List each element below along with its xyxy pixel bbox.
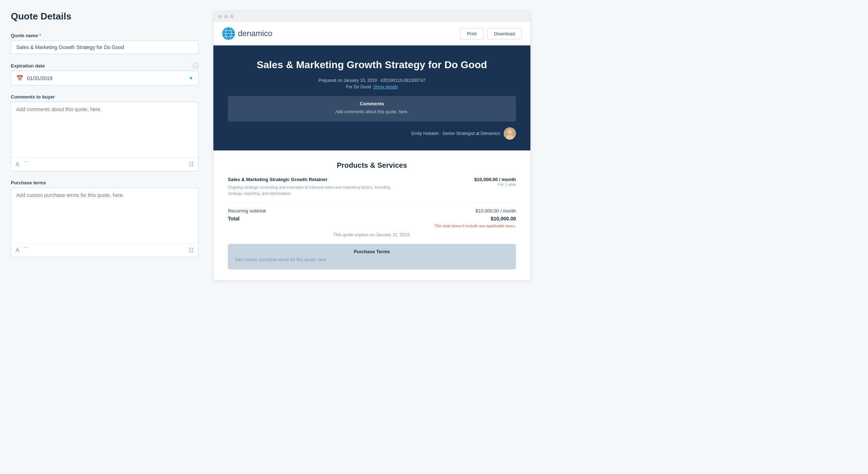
logo-icon — [222, 27, 235, 40]
purchase-terms-preview-body: Add custom purchase terms for this quote… — [235, 257, 509, 262]
expiry-note: This quote expires on January 31, 2019. — [228, 232, 516, 237]
preview-hero: Sales & Marketing Growth Strategy for Do… — [213, 45, 530, 150]
toolbar-left: A ⌒ — [16, 161, 29, 168]
quote-name-input[interactable] — [11, 40, 199, 54]
purchase-terms-textarea[interactable] — [11, 188, 198, 242]
toolbar-left-2: A ⌒ — [16, 246, 29, 254]
price-duration: For 1 year — [474, 182, 516, 186]
preview-logo: denamico — [222, 27, 272, 40]
page-title: Quote Details — [11, 11, 199, 22]
recurring-subtotal-value: $10,000.00 / month — [476, 208, 516, 214]
purchase-terms-preview-box: Purchase Terms Add custom purchase terms… — [228, 244, 516, 269]
expiration-date-label: Expiration date — [11, 63, 45, 69]
purchase-terms-preview-title: Purchase Terms — [235, 249, 509, 254]
print-button[interactable]: Print — [460, 28, 483, 39]
tax-note: This total doesn't include any applicabl… — [228, 224, 516, 228]
purchase-terms-textarea-wrapper: A ⌒ ☷ — [11, 188, 199, 257]
quote-details-form: Quote Details Quote name * Expiration da… — [11, 11, 199, 281]
chrome-dot-2 — [224, 15, 228, 18]
purchase-terms-toolbar: A ⌒ ☷ — [11, 243, 198, 257]
product-price: $10,000.00 / month For 1 year — [474, 177, 516, 186]
quote-preview-panel: denamico Print Download Sales & Marketin… — [213, 11, 531, 281]
expiration-date-group: Expiration date i 📅 01/31/2019 ▼ — [11, 63, 199, 85]
snippet-icon-2[interactable]: ☷ — [189, 247, 194, 254]
price-amount: $10,000.00 / month — [474, 177, 516, 182]
preview-comments-box: Comments Add comments about this quote, … — [228, 96, 516, 122]
logo-text: denamico — [238, 29, 272, 38]
preview-header: denamico Print Download — [213, 22, 530, 45]
chrome-dot-3 — [230, 15, 234, 18]
preview-window: denamico Print Download Sales & Marketin… — [213, 11, 531, 281]
prepared-on: Prepared on January 10, 2019 · #20190110… — [228, 78, 516, 83]
product-name: Sales & Marketing Strategic Growth Retai… — [228, 177, 401, 182]
comments-group: Comments to buyer A ⌒ ☷ — [11, 94, 199, 171]
font-icon[interactable]: A — [16, 161, 19, 168]
preview-actions: Print Download — [460, 28, 522, 39]
total-value: $10,000.00 — [491, 216, 516, 221]
author-name: Emily Hulstein · Senior Strategist at De… — [412, 131, 500, 136]
snippet-icon[interactable]: ☷ — [189, 161, 194, 168]
comments-section-body: Add comments about this quote, here. — [235, 109, 509, 114]
quote-name-label: Quote name * — [11, 33, 199, 38]
download-button[interactable]: Download — [487, 28, 522, 39]
total-row: Total $10,000.00 — [228, 216, 516, 221]
chevron-down-icon: ▼ — [189, 76, 193, 81]
comments-label: Comments to buyer — [11, 94, 199, 100]
svg-point-7 — [508, 130, 512, 134]
window-chrome — [213, 11, 530, 22]
product-row: Sales & Marketing Strategic Growth Retai… — [228, 177, 516, 202]
preview-body: Products & Services Sales & Marketing St… — [213, 150, 530, 280]
purchase-terms-label: Purchase terms — [11, 180, 199, 185]
comments-textarea[interactable] — [11, 102, 198, 156]
comments-textarea-wrapper: A ⌒ ☷ — [11, 102, 199, 171]
chrome-dot-1 — [218, 15, 222, 18]
hero-title: Sales & Marketing Growth Strategy for Do… — [228, 58, 516, 71]
totals-section: Recurring subtotal $10,000.00 / month To… — [228, 208, 516, 237]
for-company: For Do Good Show details — [228, 84, 516, 89]
calendar-icon: 📅 — [16, 75, 23, 82]
total-label: Total — [228, 216, 239, 221]
comments-toolbar: A ⌒ ☷ — [11, 157, 198, 171]
products-section-title: Products & Services — [228, 161, 516, 170]
date-value: 01/31/2019 — [27, 75, 189, 81]
product-desc: Ongoing strategic consulting and executi… — [228, 184, 401, 196]
info-icon[interactable]: i — [193, 63, 199, 69]
recurring-subtotal-row: Recurring subtotal $10,000.00 / month — [228, 208, 516, 214]
recurring-subtotal-label: Recurring subtotal — [228, 208, 266, 214]
link-icon-2[interactable]: ⌒ — [23, 246, 29, 254]
font-icon-2[interactable]: A — [16, 247, 19, 254]
date-picker[interactable]: 📅 01/31/2019 ▼ — [11, 71, 199, 85]
product-info: Sales & Marketing Strategic Growth Retai… — [228, 177, 401, 196]
link-icon[interactable]: ⌒ — [23, 161, 29, 168]
show-details-link[interactable]: Show details — [373, 84, 398, 89]
author-avatar — [504, 127, 516, 140]
hero-footer: Emily Hulstein · Senior Strategist at De… — [228, 127, 516, 140]
quote-name-group: Quote name * — [11, 33, 199, 54]
purchase-terms-group: Purchase terms A ⌒ ☷ — [11, 180, 199, 257]
comments-section-title: Comments — [235, 101, 509, 106]
